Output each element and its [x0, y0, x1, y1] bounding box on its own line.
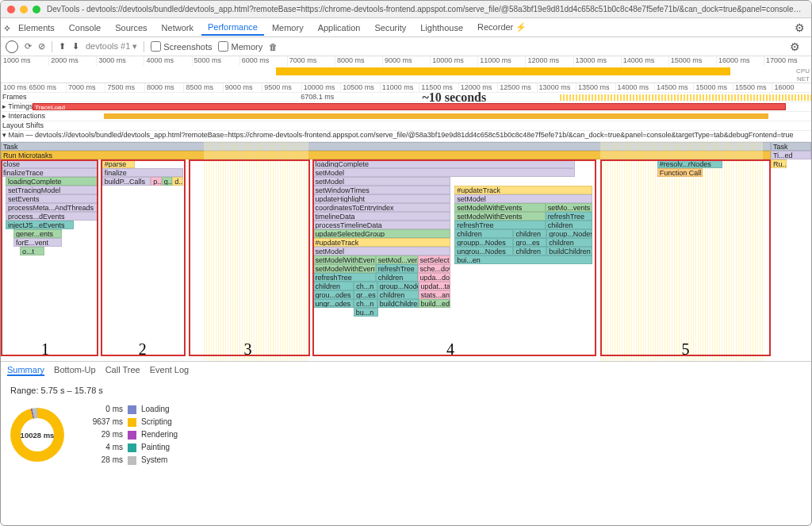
- settings-icon[interactable]: ⚙: [795, 21, 805, 34]
- flame-tied[interactable]: Ti...ed: [771, 151, 811, 159]
- fn-buildChildren[interactable]: buildChildren: [377, 299, 419, 308]
- fn-finalizeTrace[interactable]: finalizeTrace: [1, 168, 98, 177]
- fn-setModel3[interactable]: setModel: [312, 247, 450, 255]
- fn-rt2[interactable]: refreshTree: [546, 212, 592, 221]
- zoom-window-button[interactable]: [33, 6, 40, 13]
- interactions-track[interactable]: ▸ Interactions: [1, 112, 811, 121]
- fn-setModel1[interactable]: setModel: [312, 168, 574, 177]
- fn-parse[interactable]: #parse: [102, 159, 135, 168]
- tab-security[interactable]: Security: [368, 21, 412, 35]
- fn-smwe[interactable]: setModelWithEvents: [454, 203, 545, 212]
- minimize-window-button[interactable]: [20, 6, 28, 13]
- fn-ugn[interactable]: ungrou...Nodes: [454, 247, 513, 255]
- fn-groupNodes2[interactable]: group...Nodes: [377, 282, 419, 290]
- close-window-button[interactable]: [7, 6, 15, 13]
- recording-select[interactable]: devtools #1 ▾: [86, 41, 137, 52]
- flame-chart[interactable]: Task Run Microtasks Task Ti...ed Ru...ks…: [1, 142, 811, 361]
- fn-updateSelectedGroup[interactable]: updateSelectedGroup: [312, 229, 450, 238]
- gc-button[interactable]: 🗑: [269, 42, 278, 52]
- tab-elements[interactable]: Elements: [12, 21, 61, 35]
- fn-g[interactable]: g...: [162, 177, 173, 186]
- tab-sources[interactable]: Sources: [109, 21, 153, 35]
- fn-ch7[interactable]: children: [513, 247, 546, 255]
- tab-network[interactable]: Network: [155, 21, 200, 35]
- capture-settings-icon[interactable]: ⚙: [790, 40, 800, 53]
- fn-coordinates[interactable]: coordinatesToEntryIndex: [312, 203, 450, 212]
- screenshots-checkbox[interactable]: Screenshots: [151, 41, 212, 52]
- load-profile-button[interactable]: ⬆: [59, 41, 66, 52]
- tab-performance[interactable]: Performance: [201, 20, 264, 36]
- fn-setModelWithEvents2[interactable]: setModelWithEvents: [312, 264, 375, 273]
- fn-ch6[interactable]: children: [546, 238, 592, 247]
- clear-button[interactable]: ⊘: [38, 41, 45, 52]
- save-profile-button[interactable]: ⬇: [72, 41, 79, 52]
- fn-gn4[interactable]: groupp...Nodes: [454, 238, 513, 247]
- tab-event-log[interactable]: Event Log: [150, 365, 190, 376]
- tab-application[interactable]: Application: [312, 21, 367, 35]
- fn-updadow[interactable]: upda...dow: [418, 273, 451, 282]
- record-button[interactable]: [6, 40, 18, 53]
- fn-children3[interactable]: children: [376, 273, 418, 282]
- reload-record-button[interactable]: ⟳: [25, 41, 32, 52]
- fn-chn[interactable]: ch...n: [354, 282, 377, 290]
- tab-recorder[interactable]: Recorder ⚡: [471, 20, 533, 35]
- fn-processd[interactable]: process...dEvents: [6, 212, 98, 221]
- fn-bc2[interactable]: buildChildren: [546, 247, 592, 255]
- fn-gn5[interactable]: group...Nodes: [546, 229, 592, 238]
- fn-gro[interactable]: gro...es: [513, 238, 546, 247]
- layout-shifts-track[interactable]: Layout Shifts: [1, 121, 811, 131]
- tab-bottom-up[interactable]: Bottom-Up: [54, 365, 96, 376]
- fn-bun[interactable]: bu...n: [354, 308, 379, 317]
- fn-forE[interactable]: forE...vent: [13, 238, 62, 247]
- tab-summary[interactable]: Summary: [7, 365, 44, 376]
- fn-setModel2[interactable]: setModel: [312, 177, 450, 186]
- fn-buildeded[interactable]: build...eded: [419, 299, 451, 308]
- main-track-header[interactable]: ▾ Main — devtools://devtools/bundled/dev…: [1, 131, 811, 142]
- fn-processTimelineData[interactable]: processTimelineData: [312, 221, 450, 229]
- fn-gres[interactable]: gr...es: [354, 290, 377, 299]
- tab-memory[interactable]: Memory: [266, 21, 310, 35]
- interaction-bar[interactable]: [104, 113, 768, 119]
- fn-updateTrack2[interactable]: #updateTrack: [454, 186, 592, 194]
- fn-setEvents[interactable]: setEvents: [6, 194, 98, 203]
- fn-updateHighlight[interactable]: updateHighlight: [312, 194, 450, 203]
- fn-refreshTree2[interactable]: refreshTree: [376, 264, 418, 273]
- fn-children4[interactable]: children: [377, 290, 419, 299]
- fn-resolv[interactable]: #resolv...rNodes: [657, 159, 722, 168]
- fn-injectJS[interactable]: injectJS...eEvents: [6, 221, 74, 229]
- fn-schedow[interactable]: sche...dow: [418, 264, 451, 273]
- main-ruler[interactable]: 100 ms 6500 ms7000 ms7500 ms8000 ms8500 …: [1, 83, 811, 93]
- traceload-timing[interactable]: TraceLoad: [33, 103, 786, 110]
- fn-processMeta[interactable]: processMeta...AndThreads: [6, 203, 98, 212]
- fn-p[interactable]: p...: [151, 177, 162, 186]
- timings-track[interactable]: ▸ Timings TraceLoad: [1, 102, 811, 112]
- fn-gener[interactable]: gener...ents: [13, 229, 62, 238]
- fn-setModel4[interactable]: setModel: [454, 194, 592, 203]
- fn-ch4b[interactable]: children: [513, 229, 546, 238]
- tab-console[interactable]: Console: [63, 21, 107, 35]
- inspect-icon[interactable]: ⟡: [4, 22, 10, 33]
- fn-ch4[interactable]: children: [454, 229, 513, 238]
- fn-setSelection[interactable]: setSelection: [418, 255, 451, 264]
- fn-setModVents[interactable]: setMod...vents: [376, 255, 418, 264]
- fn-buildP[interactable]: buildP...Calls: [102, 177, 151, 186]
- fn-smov[interactable]: setMo...vents: [546, 203, 592, 212]
- fn-children[interactable]: children: [312, 282, 354, 290]
- fn-setModelWithEvents[interactable]: setModelWithEvents: [312, 255, 375, 264]
- fn-timelineData[interactable]: timelineData: [312, 212, 450, 221]
- fn-loadingComplete2[interactable]: loadingComplete: [312, 159, 574, 168]
- fn-updateTrack[interactable]: #updateTrack: [312, 238, 450, 247]
- fn-ot[interactable]: o...t: [20, 247, 44, 255]
- fn-chn2[interactable]: ch...n: [354, 299, 377, 308]
- memory-checkbox[interactable]: Memory: [218, 41, 262, 52]
- fn-ungrodes[interactable]: ungr...odes: [312, 299, 354, 308]
- fn-smwe2[interactable]: setModelWithEvents: [454, 212, 545, 221]
- fn-setWindowTimes[interactable]: setWindowTimes: [312, 186, 450, 194]
- fn-functionCall[interactable]: Function Call: [657, 168, 703, 177]
- flame-task-2[interactable]: Task: [771, 142, 811, 151]
- fn-grouodes[interactable]: grou...odes: [312, 290, 354, 299]
- frames-track[interactable]: Frames 6708.1 ms ~10 seconds: [1, 93, 811, 102]
- fn-ch5[interactable]: children: [546, 221, 592, 229]
- flame-ruks[interactable]: Ru...ks: [771, 159, 787, 168]
- tab-lighthouse[interactable]: Lighthouse: [414, 21, 469, 35]
